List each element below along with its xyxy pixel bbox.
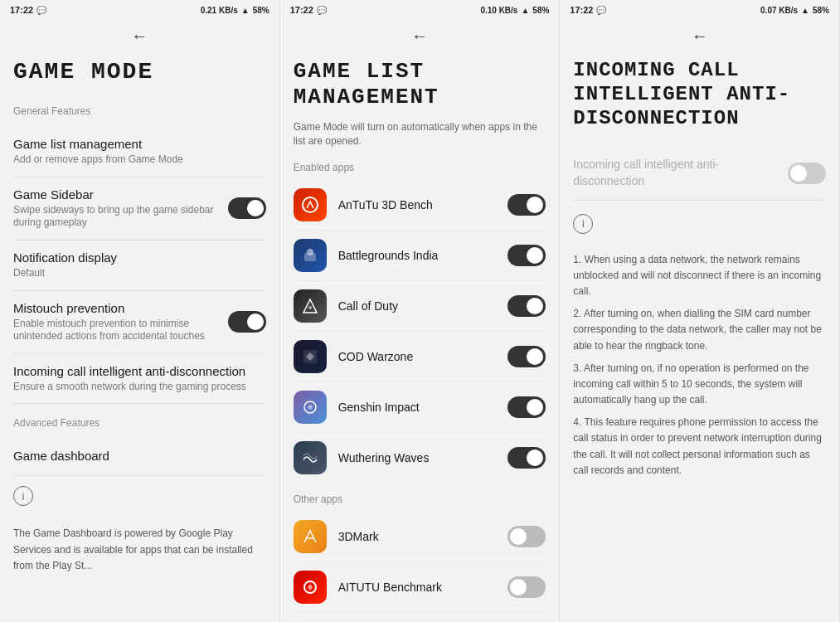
time-2: 17:22 (290, 5, 313, 15)
app-item-cod[interactable]: Call of Duty (294, 281, 546, 332)
toggle-wuthering[interactable] (507, 447, 546, 469)
page-title-3: INCOMING CALL INTELLIGENT ANTI-DISCONNEC… (573, 59, 826, 130)
app-item-bgmi[interactable]: Battlegrounds India (294, 231, 546, 281)
app-name-wuthering: Wuthering Waves (338, 451, 508, 464)
app-item-aitutu[interactable]: AITUTU Benchmark (294, 562, 546, 613)
setting-subtitle-mistouch: Enable mistouch prevention to minimise u… (13, 318, 228, 343)
toggle-3dmark[interactable] (507, 526, 546, 547)
section-advanced: Advanced Features (13, 417, 266, 429)
setting-game-list[interactable]: Game list management Add or remove apps … (13, 127, 266, 177)
status-bar-2: 17:22 💬 0.10 KB/s ▲ 58% (280, 0, 560, 20)
panel-incoming-call: 17:22 💬 0.07 KB/s ▲ 58% ← INCOMING CALL … (560, 0, 840, 622)
app-icon-bgmi (294, 239, 327, 272)
setting-incoming-call[interactable]: Incoming call intelligent anti-disconnec… (13, 354, 266, 405)
back-button-2[interactable]: ← (280, 20, 560, 52)
app-icon-wuthering (294, 441, 327, 474)
other-apps-label: Other apps (294, 493, 546, 505)
svg-point-2 (307, 249, 313, 255)
app-icon-aitutu (294, 571, 327, 604)
app-icon-antutu (294, 188, 327, 221)
svg-point-0 (303, 197, 318, 212)
app-name-antutu: AnTuTu 3D Bench (338, 198, 508, 211)
page-title-2: GAME LIST MANAGEMENT (294, 59, 546, 110)
app-name-bgmi: Battlegrounds India (338, 249, 508, 262)
setting-subtitle-game-list: Add or remove apps from Game Mode (13, 153, 266, 167)
setting-title-incoming: Incoming call intelligent anti-disconnec… (13, 364, 266, 378)
toggle-incoming-call[interactable] (788, 163, 826, 184)
toggle-codwz[interactable] (507, 346, 546, 367)
section-general: General Features (13, 105, 266, 117)
ic-setting-text: Incoming call intelligent anti-disconnec… (573, 157, 788, 189)
network-2: 0.10 KB/s (480, 6, 517, 15)
enabled-apps-label: Enabled apps (294, 162, 546, 173)
info-point-2: 2. After turning on, when dialling the S… (573, 306, 826, 354)
info-point-3: 3. After turning on, if no operation is … (573, 361, 826, 409)
toggle-game-sidebar[interactable] (228, 197, 266, 219)
app-name-genshin: Genshin Impact (338, 401, 508, 414)
battery-1: 58% (253, 6, 269, 15)
network-1: 0.21 KB/s (201, 6, 238, 15)
setting-mistouch[interactable]: Mistouch prevention Enable mistouch prev… (13, 291, 266, 354)
app-item-codwz[interactable]: COD Warzone (294, 332, 546, 382)
back-button-1[interactable]: ← (0, 20, 279, 52)
setting-subtitle-incoming: Ensure a smooth network during the gamin… (13, 381, 266, 394)
time-3: 17:22 (570, 5, 593, 15)
app-icon-codwz (294, 340, 327, 373)
app-icon-3dmark (294, 520, 327, 553)
page-title-1: GAME MODE (13, 59, 266, 85)
msg-icon-1: 💬 (36, 6, 46, 15)
app-name-aitutu: AITUTU Benchmark (338, 581, 508, 594)
app-icon-cod (294, 289, 327, 323)
setting-game-sidebar[interactable]: Game Sidebar Swipe sideways to bring up … (13, 177, 266, 241)
app-item-wuthering[interactable]: Wuthering Waves (294, 433, 546, 484)
msg-icon-3: 💬 (596, 6, 606, 15)
toggle-antutu[interactable] (507, 194, 546, 216)
footer-text-1: The Game Dashboard is powered by Google … (13, 526, 266, 574)
app-item-antutu[interactable]: AnTuTu 3D Bench (294, 180, 546, 231)
panel-game-mode: 17:22 💬 0.21 KB/s ▲ 58% ← GAME MODE Gene… (0, 0, 280, 622)
info-icon-3: i (573, 214, 593, 234)
setting-title-mistouch: Mistouch prevention (13, 301, 228, 315)
setting-game-dashboard[interactable]: Game dashboard (13, 439, 266, 476)
app-name-codwz: COD Warzone (338, 350, 508, 363)
msg-icon-2: 💬 (317, 6, 327, 15)
svg-point-4 (308, 306, 312, 309)
toggle-aitutu[interactable] (507, 576, 546, 598)
info-point-1: 1. When using a data network, the networ… (573, 252, 826, 300)
status-bar-3: 17:22 💬 0.07 KB/s ▲ 58% (560, 0, 839, 20)
setting-subtitle-notification: Default (13, 267, 266, 280)
toggle-mistouch[interactable] (228, 311, 266, 333)
toggle-cod[interactable] (507, 295, 546, 317)
ic-setting-row: Incoming call intelligent anti-disconnec… (573, 147, 826, 200)
setting-notification[interactable]: Notification display Default (13, 241, 266, 291)
app-name-cod: Call of Duty (338, 299, 508, 313)
app-icon-genshin (294, 391, 327, 424)
battery-2: 58% (532, 6, 549, 15)
back-button-3[interactable]: ← (560, 20, 839, 52)
setting-subtitle-sidebar: Swipe sideways to bring up the game side… (13, 204, 228, 230)
app-name-3dmark: 3DMark (338, 530, 508, 543)
battery-3: 58% (813, 6, 829, 15)
setting-title-game-list: Game list management (13, 137, 266, 151)
info-text-3: 1. When using a data network, the networ… (573, 252, 826, 479)
setting-title-dashboard: Game dashboard (13, 449, 266, 463)
app-item-3dmark[interactable]: 3DMark (294, 512, 546, 562)
toggle-genshin[interactable] (507, 396, 546, 418)
wifi-icon-2: ▲ (521, 6, 529, 15)
app-item-genshin[interactable]: Genshin Impact (294, 382, 546, 433)
wifi-icon-1: ▲ (241, 6, 250, 15)
status-bar-1: 17:22 💬 0.21 KB/s ▲ 58% (0, 0, 279, 20)
time-1: 17:22 (10, 5, 33, 15)
setting-title-sidebar: Game Sidebar (13, 187, 228, 202)
setting-title-notification: Notification display (13, 250, 266, 265)
panel-game-list: 17:22 💬 0.10 KB/s ▲ 58% ← GAME LIST MANA… (280, 0, 561, 622)
network-3: 0.07 KB/s (760, 6, 798, 15)
info-icon-1: i (13, 486, 33, 506)
info-point-4: 4. This feature requires phone permissio… (573, 415, 826, 479)
glm-subtitle: Game Mode will turn on automatically whe… (294, 120, 546, 148)
wifi-icon-3: ▲ (801, 6, 809, 15)
toggle-bgmi[interactable] (507, 245, 546, 266)
